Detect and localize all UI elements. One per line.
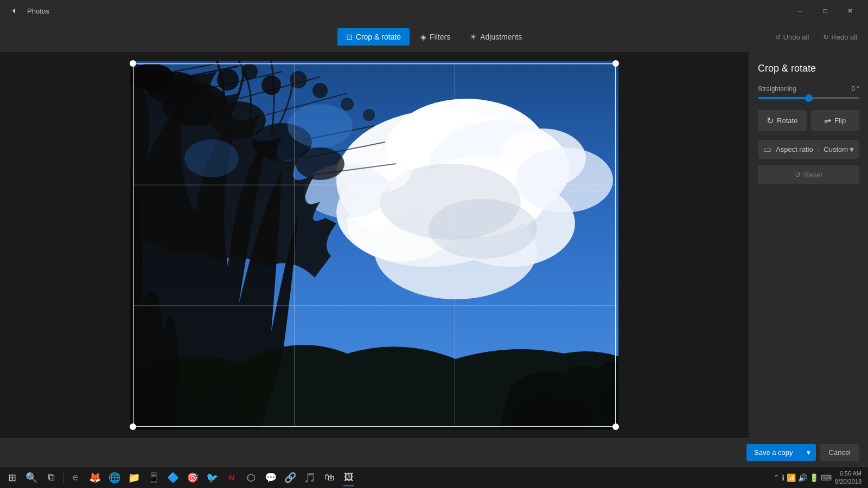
store-icon: 🛍 — [324, 472, 334, 483]
phone-icon: 📱 — [148, 472, 159, 484]
flip-button[interactable]: ⇌ Flip — [811, 110, 860, 131]
taskbar-twitter[interactable]: 🐦 — [202, 468, 222, 487]
svg-point-37 — [184, 139, 239, 177]
svg-point-32 — [290, 71, 307, 88]
save-copy-label[interactable]: Save a copy — [746, 444, 801, 461]
skype-icon: 💬 — [265, 472, 277, 484]
undo-redo-group: ↺ Undo all ↻ Redo all — [770, 30, 863, 44]
tray-sound[interactable]: 🔊 — [798, 473, 807, 482]
rotate-flip-row: ↻ Rotate ⇌ Flip — [758, 110, 859, 131]
back-button[interactable] — [5, 2, 23, 20]
taskbar-separator — [63, 471, 63, 484]
adjustments-icon: ☀ — [470, 33, 477, 41]
taskbar-app2[interactable]: 🎯 — [183, 468, 202, 487]
app-title: Photos — [27, 7, 49, 15]
window-controls: ─ □ ✕ — [788, 0, 863, 22]
app2-icon: 🎯 — [187, 472, 199, 484]
undo-all-button[interactable]: ↺ Undo all — [770, 30, 815, 44]
taskbar-app3[interactable]: N — [222, 468, 241, 487]
tray-battery[interactable]: 🔋 — [809, 473, 819, 482]
photo-background — [130, 61, 618, 429]
image-area — [0, 52, 749, 438]
search-icon: 🔍 — [25, 472, 37, 484]
toolbar: ↺ Undo all ↻ Redo all ⊡ Crop & rotate ◈ … — [0, 22, 868, 52]
app1-icon: 🔷 — [167, 472, 179, 484]
clock-date: 8/20/2018 — [835, 478, 861, 485]
toolbar-tabs: ⊡ Crop & rotate ◈ Filters ☀ Adjustments — [337, 28, 531, 46]
reset-button[interactable]: ↺ Reset — [758, 165, 859, 184]
taskbar-start[interactable]: ⊞ — [2, 468, 22, 487]
redo-all-button[interactable]: ↻ Redo all — [818, 30, 863, 44]
save-copy-button[interactable]: Save a copy ▾ — [746, 444, 816, 461]
tray-keyboard[interactable]: ⌨ — [821, 473, 832, 482]
slider-thumb[interactable] — [805, 94, 813, 102]
reset-icon: ↺ — [795, 171, 801, 179]
app5-icon: 🔗 — [284, 472, 296, 484]
tray-info[interactable]: ℹ — [782, 473, 784, 482]
taskbar-app1[interactable]: 🔷 — [163, 468, 183, 487]
clock-time: 6:56 AM — [835, 470, 861, 477]
aspect-ratio-value: Custom — [824, 145, 848, 153]
cancel-button[interactable]: Cancel — [820, 444, 859, 461]
aspect-ratio-row[interactable]: ▭ Aspect ratio : Custom ▾ — [758, 140, 859, 159]
straightening-slider-track[interactable] — [758, 97, 859, 99]
taskbar-chrome[interactable]: 🌐 — [105, 468, 124, 487]
taskbar-spotify[interactable]: 🎵 — [300, 468, 320, 487]
adjustments-tab[interactable]: ☀ Adjustments — [461, 28, 531, 46]
straightening-label: Straightening — [758, 85, 796, 93]
photos-icon: 🖼 — [344, 472, 354, 483]
start-icon: ⊞ — [8, 472, 16, 484]
tray-chevron[interactable]: ⌃ — [773, 473, 780, 482]
taskbar-store[interactable]: 🛍 — [320, 468, 339, 487]
taskbar-photos[interactable]: 🖼 — [339, 468, 359, 487]
save-copy-dropdown-arrow[interactable]: ▾ — [801, 444, 816, 461]
straightening-section: Straightening 0 ° — [758, 85, 859, 99]
aspect-ratio-label: Aspect ratio — [776, 145, 813, 153]
explorer-icon: 📁 — [128, 472, 140, 484]
right-panel: Crop & rotate Straightening 0 ° ↻ Rotate… — [749, 52, 868, 438]
taskbar-firefox[interactable]: 🦊 — [85, 468, 105, 487]
app3-icon: N — [229, 473, 235, 482]
taskbar-search[interactable]: 🔍 — [22, 468, 41, 487]
chevron-down-icon: ▾ — [850, 144, 854, 155]
svg-point-26 — [296, 147, 344, 180]
taskbar-system-tray: ⌃ ℹ 📶 🔊 🔋 ⌨ 6:56 AM 8/20/2018 — [773, 470, 866, 485]
rotate-button[interactable]: ↻ Rotate — [758, 110, 807, 131]
taskbar-edge[interactable]: e — [66, 468, 85, 487]
edge-icon: e — [73, 472, 78, 483]
slider-fill — [758, 97, 809, 99]
title-bar: Photos ─ □ ✕ — [0, 0, 868, 22]
tray-network[interactable]: 📶 — [787, 473, 796, 482]
app4-icon: ⬡ — [247, 472, 256, 484]
close-button[interactable]: ✕ — [838, 0, 863, 22]
spotify-icon: 🎵 — [304, 472, 316, 484]
taskbar-app5[interactable]: 🔗 — [280, 468, 300, 487]
svg-point-10 — [429, 199, 537, 259]
svg-point-31 — [261, 75, 281, 95]
filters-tab[interactable]: ◈ Filters — [412, 28, 459, 46]
svg-point-28 — [130, 63, 174, 91]
crop-rotate-tab[interactable]: ⊡ Crop & rotate — [337, 28, 410, 46]
minimize-button[interactable]: ─ — [788, 0, 813, 22]
svg-point-12 — [515, 147, 613, 213]
task-view-icon: ⧉ — [48, 472, 55, 483]
taskbar-app4[interactable]: ⬡ — [241, 468, 261, 487]
taskbar-skype[interactable]: 💬 — [261, 468, 280, 487]
firefox-icon: 🦊 — [89, 472, 101, 484]
taskbar-phone[interactable]: 📱 — [144, 468, 163, 487]
svg-point-35 — [363, 109, 375, 121]
photo-canvas — [130, 61, 618, 429]
crop-icon: ⊡ — [346, 33, 353, 41]
svg-point-30 — [241, 63, 258, 80]
rotate-icon: ↻ — [767, 115, 774, 126]
taskbar-task-view[interactable]: ⧉ — [41, 468, 61, 487]
restore-button[interactable]: □ — [813, 0, 838, 22]
system-clock[interactable]: 6:56 AM 8/20/2018 — [835, 470, 861, 485]
redo-icon: ↻ — [823, 33, 829, 41]
taskbar: ⊞ 🔍 ⧉ e 🦊 🌐 📁 📱 🔷 🎯 🐦 N ⬡ 💬 🔗 🎵 — [0, 466, 868, 488]
taskbar-explorer[interactable]: 📁 — [124, 468, 144, 487]
straightening-label-row: Straightening 0 ° — [758, 85, 859, 93]
main-content: Crop & rotate Straightening 0 ° ↻ Rotate… — [0, 52, 868, 438]
svg-point-34 — [341, 98, 354, 111]
undo-label: Undo all — [783, 33, 809, 41]
